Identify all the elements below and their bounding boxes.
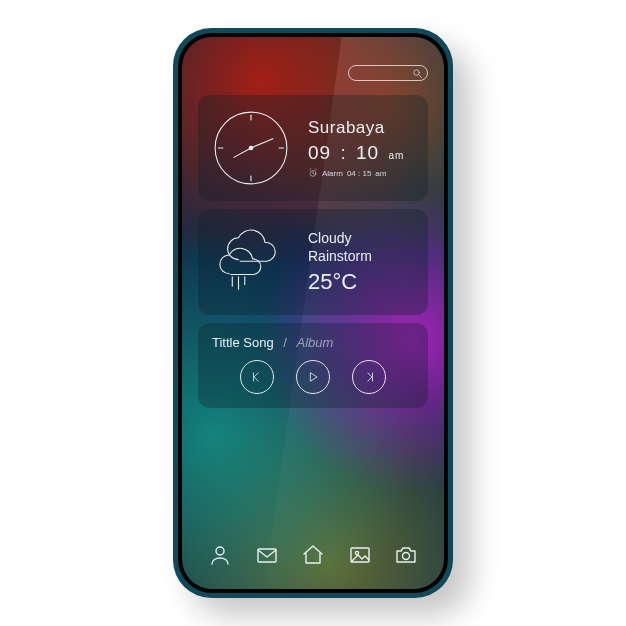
mail-icon [255,543,279,567]
phone-frame: Surabaya 09 : 10 am Alarm 04 : 15 am [173,28,453,598]
time-ampm: am [388,150,404,161]
svg-rect-22 [258,549,276,562]
alarm-ampm: am [375,169,386,178]
svg-line-13 [310,169,311,170]
time-sep: : [340,142,346,163]
time-display: 09 : 10 am [308,142,414,164]
phone-bezel: Surabaya 09 : 10 am Alarm 04 : 15 am [178,33,448,593]
search-input[interactable] [348,65,428,81]
cloud-rain-icon [212,227,290,297]
svg-line-5 [234,148,251,157]
svg-line-12 [313,173,314,174]
svg-marker-19 [311,373,317,381]
screen: Surabaya 09 : 10 am Alarm 04 : 15 am [182,37,444,589]
weather-line1: Cloudy [308,229,414,247]
city-label: Surabaya [308,118,414,138]
music-album: Album [297,335,334,350]
time-min: 10 [356,142,379,163]
clock-icon [212,109,290,187]
svg-point-0 [414,69,420,75]
svg-point-25 [403,553,410,560]
alarm-label: Alarm [322,169,343,178]
prev-icon [250,370,264,384]
prev-button[interactable] [240,360,274,394]
play-icon [306,370,320,384]
music-title-row: Tittle Song / Album [212,335,333,350]
next-icon [362,370,376,384]
alarm-clock-icon [308,168,318,178]
gallery-button[interactable] [344,539,376,571]
weather-temp: 25°C [308,269,414,295]
weather-widget[interactable]: Cloudy Rainstorm 25°C [198,209,428,315]
gallery-icon [348,543,372,567]
camera-icon [394,543,418,567]
home-button[interactable] [297,539,329,571]
profile-icon [208,543,232,567]
profile-button[interactable] [204,539,236,571]
svg-line-14 [315,169,316,170]
alarm-time: 04 : 15 [347,169,371,178]
svg-point-24 [355,551,358,554]
play-button[interactable] [296,360,330,394]
home-icon [301,543,325,567]
music-widget[interactable]: Tittle Song / Album [198,323,428,408]
search-icon [412,68,423,79]
time-hour: 09 [308,142,331,163]
svg-line-1 [419,74,422,77]
next-button[interactable] [352,360,386,394]
music-title: Tittle Song [212,335,274,350]
dock [198,539,428,571]
camera-button[interactable] [390,539,422,571]
mail-button[interactable] [251,539,283,571]
svg-point-21 [216,547,224,555]
clock-widget[interactable]: Surabaya 09 : 10 am Alarm 04 : 15 am [198,95,428,201]
alarm-row: Alarm 04 : 15 am [308,168,414,178]
weather-line2: Rainstorm [308,247,414,265]
svg-line-4 [251,139,273,148]
music-sep: / [283,335,287,350]
